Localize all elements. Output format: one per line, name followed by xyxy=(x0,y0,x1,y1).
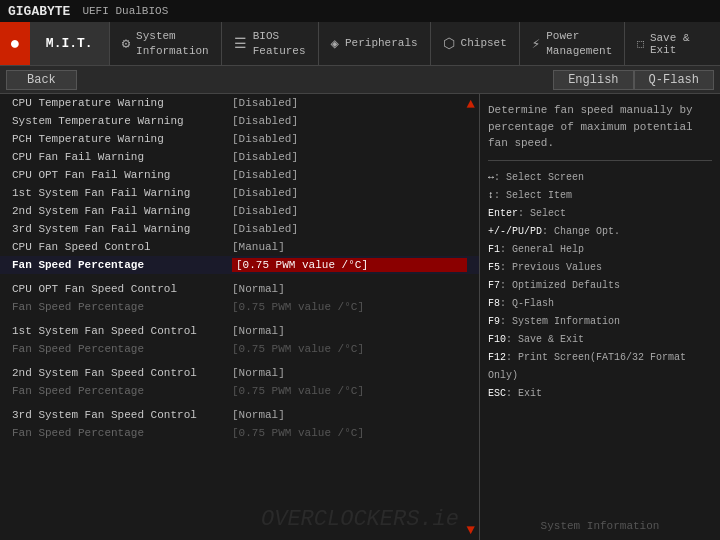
menu-item-11[interactable]: CPU OPT Fan Speed Control[Normal] xyxy=(0,280,479,298)
key-hint: F8: Q-Flash xyxy=(488,295,712,313)
brand-logo: GIGABYTE xyxy=(8,4,70,19)
menu-list: CPU Temperature Warning[Disabled]System … xyxy=(0,94,479,442)
nav-peripherals[interactable]: ◈ Peripherals xyxy=(318,22,430,65)
menu-item-21[interactable]: Fan Speed Percentage[0.75 PWM value /°C] xyxy=(0,424,479,442)
menu-item-0[interactable]: CPU Temperature Warning[Disabled] xyxy=(0,94,479,112)
help-text: Determine fan speed manually by percenta… xyxy=(488,102,712,161)
menu-item-3[interactable]: CPU Fan Fail Warning[Disabled] xyxy=(0,148,479,166)
key-hint: F12: Print Screen(FAT16/32 Format Only) xyxy=(488,349,712,385)
menu-item-20[interactable]: 3rd System Fan Speed Control[Normal] xyxy=(0,406,479,424)
menu-item-1[interactable]: System Temperature Warning[Disabled] xyxy=(0,112,479,130)
key-hint: ↕: Select Item xyxy=(488,187,712,205)
key-hint: ↔: Select Screen xyxy=(488,169,712,187)
main-content: ▲ CPU Temperature Warning[Disabled]Syste… xyxy=(0,94,720,540)
nav-mit-button[interactable]: M.I.T. xyxy=(30,22,109,65)
nav-system-information[interactable]: ⚙ System Information xyxy=(109,22,221,65)
key-hint: F9: System Information xyxy=(488,313,712,331)
back-button[interactable]: Back xyxy=(6,70,77,90)
bios-features-icon: ☰ xyxy=(234,35,247,52)
nav-logo-icon: ● xyxy=(0,22,30,65)
save-exit-icon: ⬚ xyxy=(637,37,644,50)
menu-item-15[interactable]: Fan Speed Percentage[0.75 PWM value /°C] xyxy=(0,340,479,358)
menu-item-9[interactable]: Fan Speed Percentage[0.75 PWM value /°C] xyxy=(0,256,479,274)
power-icon: ⚡ xyxy=(532,35,540,52)
menu-item-8[interactable]: CPU Fan Speed Control[Manual] xyxy=(0,238,479,256)
nav-bios-features[interactable]: ☰ BIOS Features xyxy=(221,22,318,65)
scroll-up-arrow[interactable]: ▲ xyxy=(467,96,475,112)
qflash-button[interactable]: Q-Flash xyxy=(634,70,714,90)
nav-power-management[interactable]: ⚡ Power Management xyxy=(519,22,624,65)
app-name: UEFI DualBIOS xyxy=(82,5,168,17)
system-info-icon: ⚙ xyxy=(122,35,130,52)
key-hint: ESC: Exit xyxy=(488,385,712,403)
menu-item-12[interactable]: Fan Speed Percentage[0.75 PWM value /°C] xyxy=(0,298,479,316)
menu-item-14[interactable]: 1st System Fan Speed Control[Normal] xyxy=(0,322,479,340)
key-hint: +/-/PU/PD: Change Opt. xyxy=(488,223,712,241)
key-hints: ↔: Select Screen↕: Select ItemEnter: Sel… xyxy=(488,169,712,403)
menu-item-17[interactable]: 2nd System Fan Speed Control[Normal] xyxy=(0,364,479,382)
chipset-icon: ⬡ xyxy=(443,35,455,52)
menu-item-5[interactable]: 1st System Fan Fail Warning[Disabled] xyxy=(0,184,479,202)
menu-item-4[interactable]: CPU OPT Fan Fail Warning[Disabled] xyxy=(0,166,479,184)
nav-chipset[interactable]: ⬡ Chipset xyxy=(430,22,519,65)
language-button[interactable]: English xyxy=(553,70,633,90)
key-hint: F5: Previous Values xyxy=(488,259,712,277)
system-info-label: System Information xyxy=(488,520,712,532)
key-hint: F1: General Help xyxy=(488,241,712,259)
menu-item-2[interactable]: PCH Temperature Warning[Disabled] xyxy=(0,130,479,148)
key-hint: F10: Save & Exit xyxy=(488,331,712,349)
menu-item-7[interactable]: 3rd System Fan Fail Warning[Disabled] xyxy=(0,220,479,238)
key-hint: F7: Optimized Defaults xyxy=(488,277,712,295)
menu-item-6[interactable]: 2nd System Fan Fail Warning[Disabled] xyxy=(0,202,479,220)
peripherals-icon: ◈ xyxy=(331,35,339,52)
scroll-down-arrow[interactable]: ▼ xyxy=(467,522,475,538)
nav-bar: ● M.I.T. ⚙ System Information ☰ BIOS Fea… xyxy=(0,22,720,66)
key-hint: Enter: Select xyxy=(488,205,712,223)
nav-save-exit[interactable]: ⬚ Save & Exit xyxy=(624,22,720,65)
action-bar: Back English Q-Flash xyxy=(0,66,720,94)
menu-item-18[interactable]: Fan Speed Percentage[0.75 PWM value /°C] xyxy=(0,382,479,400)
right-panel: Determine fan speed manually by percenta… xyxy=(480,94,720,540)
title-bar: GIGABYTE UEFI DualBIOS xyxy=(0,0,720,22)
left-panel: ▲ CPU Temperature Warning[Disabled]Syste… xyxy=(0,94,480,540)
